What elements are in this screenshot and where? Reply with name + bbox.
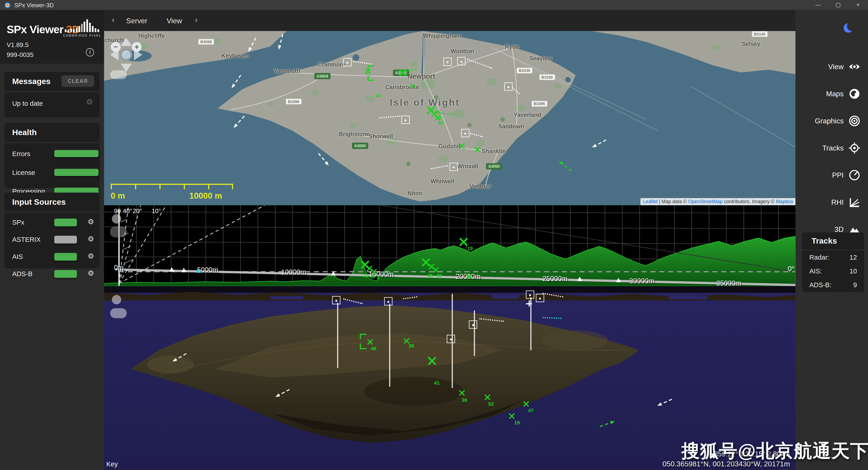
- sidebar-item-rhi[interactable]: RHI: [796, 196, 868, 209]
- target-icon: [848, 142, 860, 154]
- menu-back-chevron-icon[interactable]: ‹: [112, 15, 115, 24]
- menu-item-server[interactable]: Server: [126, 17, 147, 25]
- version-label: V1.89.5: [6, 41, 29, 48]
- input-source-settings-gear-icon[interactable]: ⚙: [88, 235, 94, 243]
- close-button[interactable]: ×: [848, 0, 868, 10]
- clear-messages-button[interactable]: CLEAR: [61, 75, 94, 87]
- input-source-status-pill: [54, 236, 77, 243]
- company-name: CAMBRIDGE PIXEL: [63, 34, 101, 37]
- minimize-button[interactable]: —: [808, 0, 828, 10]
- input-source-row: SPx ⚙: [4, 216, 100, 229]
- scale-max-label: 10000 m: [189, 191, 222, 200]
- rhi-fan-icon: [848, 196, 860, 208]
- bullseye-icon: [848, 115, 860, 127]
- health-row-label: License: [12, 169, 35, 177]
- health-status-pill: [54, 169, 98, 176]
- sidebar-item-graphics[interactable]: Graphics: [796, 115, 868, 128]
- menu-bar: ‹ Server View ›: [104, 10, 796, 31]
- dark-mode-moon-icon[interactable]: [847, 22, 857, 31]
- input-sources-title: Input Sources: [12, 197, 66, 206]
- waveform-logo-icon: [65, 19, 99, 32]
- scale-min-label: 0 m: [111, 191, 125, 200]
- left-sidebar: SPx Viewer 3D CAMBRIDGE PIXEL V1.89.5 99…: [0, 10, 104, 470]
- info-icon[interactable]: i: [86, 48, 94, 57]
- health-status-pill: [54, 150, 98, 157]
- input-source-row: ADS-B ⚙: [4, 267, 100, 281]
- pan-north-icon[interactable]: [121, 38, 132, 46]
- view3d-zoom-slider[interactable]: [110, 308, 127, 318]
- health-panel: Health Errors License Processing: [4, 123, 100, 188]
- health-row-label: Errors: [12, 150, 30, 158]
- rhi-zero-degree-label: 0°: [788, 265, 794, 273]
- app-icon: [4, 2, 11, 8]
- input-source-row: AIS ⚙: [4, 250, 100, 264]
- tracks-count-panel: Tracks Radar: 12 AIS: 10 ADS-B:: [802, 232, 864, 292]
- messages-status: Up to date: [12, 100, 43, 107]
- messages-panel: Messages CLEAR Up to date ⚙: [4, 72, 100, 117]
- sidebar-item-ppi[interactable]: PPI: [796, 169, 868, 182]
- menu-item-view[interactable]: View: [166, 17, 182, 25]
- map-view[interactable]: ChristchurchHighcliffeKeyhavenYarmouthCr…: [104, 31, 796, 205]
- input-source-label: ASTERIX: [12, 236, 41, 243]
- product-code-label: 999-0035: [6, 52, 33, 58]
- map-pan-control[interactable]: − +: [111, 38, 152, 69]
- tracks-count-value: 10: [849, 267, 857, 275]
- logo-block: SPx Viewer 3D CAMBRIDGE PIXEL V1.89.5 99…: [0, 10, 104, 64]
- rhi-control-knob[interactable]: [112, 214, 121, 224]
- pan-center-icon[interactable]: [120, 49, 132, 61]
- window-title: SPx Viewer-3D: [14, 2, 54, 8]
- menu-forward-chevron-icon[interactable]: ›: [195, 15, 197, 24]
- tracks-count-value: 9: [853, 281, 857, 289]
- tracks-panel-title: Tracks: [811, 237, 837, 245]
- health-title: Health: [12, 128, 37, 137]
- pan-east-icon[interactable]: [134, 49, 143, 60]
- pan-west-icon[interactable]: [110, 49, 119, 60]
- input-source-label: AIS: [12, 253, 23, 260]
- sidebar-item-tracks[interactable]: Tracks: [796, 142, 868, 155]
- tracks-count-row: Radar: 12: [802, 251, 864, 264]
- rhi-zoom-slider[interactable]: [110, 226, 127, 238]
- tracks-count-row: ADS-B: 9: [802, 278, 864, 292]
- input-source-label: SPx: [12, 219, 24, 226]
- globe-icon: [848, 88, 860, 99]
- health-row: Errors: [4, 147, 100, 162]
- tracks-count-label: Radar:: [809, 253, 829, 261]
- messages-settings-gear-icon[interactable]: ⚙: [86, 98, 93, 106]
- sidebar-item-maps[interactable]: Maps: [796, 88, 868, 101]
- tracks-count-label: AIS:: [809, 267, 822, 275]
- map-scale-bar: 0 m 10000 m: [111, 184, 244, 203]
- input-sources-panel: Input Sources SPx ⚙ ASTERIX ⚙: [4, 192, 100, 269]
- health-row: License: [4, 166, 100, 181]
- leaflet-link[interactable]: Leaflet: [643, 199, 657, 204]
- input-source-row: ASTERIX ⚙: [4, 233, 100, 247]
- input-source-status-pill: [54, 270, 77, 278]
- tracks-count-label: ADS-B:: [809, 281, 831, 289]
- rhi-plot: [104, 206, 796, 286]
- input-source-status-pill: [54, 253, 77, 260]
- eye-icon: [848, 61, 860, 72]
- right-sidebar: View Maps Graphics Tracks PPI: [796, 10, 868, 470]
- tracks-count-value: 12: [849, 253, 857, 261]
- key-label[interactable]: Key: [106, 461, 118, 468]
- app-window: SPx Viewer-3D — ▢ × SPx Viewer 3D CAMBRI…: [0, 0, 868, 470]
- osm-link[interactable]: OpenStreetMap: [688, 199, 722, 204]
- input-source-settings-gear-icon[interactable]: ⚙: [88, 218, 94, 225]
- view3d-control-knob[interactable]: [112, 295, 121, 304]
- messages-title: Messages: [12, 77, 51, 86]
- sidebar-item-view[interactable]: View: [796, 60, 868, 74]
- mapbox-link[interactable]: Mapbox: [776, 199, 794, 204]
- map-attribution: Leaflet | Map data © OpenStreetMap contr…: [641, 198, 796, 206]
- input-source-status-pill: [54, 219, 77, 226]
- input-source-settings-gear-icon[interactable]: ⚙: [88, 270, 94, 277]
- rhi-view[interactable]: 9040°20°10° 0m5000m10000m15000m20000m250…: [104, 206, 796, 286]
- title-bar: SPx Viewer-3D — ▢ ×: [0, 0, 868, 10]
- input-source-label: ADS-B: [12, 270, 33, 278]
- watermark-text: 搜狐号@北京航通天下: [681, 439, 868, 464]
- input-source-settings-gear-icon[interactable]: ⚙: [88, 252, 94, 260]
- ppi-dial-icon: [848, 169, 860, 181]
- map-zoom-slider[interactable]: [110, 70, 127, 79]
- tracks-count-row: AIS: 10: [802, 264, 864, 278]
- maximize-button[interactable]: ▢: [828, 0, 848, 10]
- map-base: [104, 31, 796, 205]
